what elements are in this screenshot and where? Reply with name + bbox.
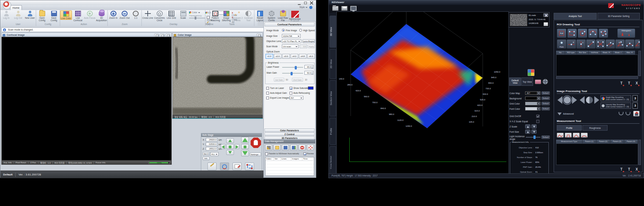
background-swatch[interactable] — [525, 97, 540, 100]
slider-handle[interactable] — [195, 17, 196, 19]
stage-z-input[interactable]: 18312.0 — [206, 147, 218, 150]
scale-button[interactable]: Scale — [177, 10, 189, 19]
stage-center-button[interactable] — [226, 144, 234, 149]
height-smoothing-box[interactable]: Height Map Smoothing(Odd number between … — [601, 95, 631, 101]
live-color-button[interactable]: Live Color — [60, 10, 72, 20]
preview-checkbox[interactable] — [303, 153, 306, 155]
roi-table-vscroll[interactable] — [638, 51, 641, 76]
camera-icon[interactable] — [535, 80, 541, 84]
panel-pin-button[interactable] — [165, 34, 170, 37]
confocal-image-panel-header[interactable]: Confocal Image — [1, 33, 172, 37]
measurement-table-vscroll[interactable] — [638, 140, 641, 165]
saturated-color-swatch[interactable] — [308, 86, 313, 90]
log-out-button[interactable]: Log Out — [12, 10, 24, 19]
titlebar[interactable] — [0, 0, 316, 5]
new-user-button[interactable]: New User — [24, 10, 36, 19]
text-tool2-icon[interactable]: T — [626, 167, 632, 173]
text-tool-icon[interactable]: T — [619, 167, 624, 173]
line-grid-button[interactable]: Line Grid — [165, 10, 177, 19]
set0-button[interactable]: Set 0 — [203, 152, 210, 156]
grid-color-swatch[interactable] — [525, 102, 540, 105]
stage-settings-button[interactable]: Settings... — [250, 153, 261, 156]
zoom-x48-button[interactable]: x4.8 — [299, 54, 307, 59]
default-view-button[interactable]: Default View — [509, 77, 521, 86]
roi-table-body[interactable] — [556, 55, 638, 76]
roi-line-y-button[interactable]: Y — [576, 39, 586, 49]
roi-step-height-button[interactable] — [625, 39, 635, 49]
auto-focus-button[interactable]: Auto Focus — [84, 10, 96, 19]
top-view-button[interactable]: Top View — [521, 77, 533, 86]
intensity-smoothing-value[interactable]: 3 — [633, 102, 638, 109]
dm-add-button[interactable] — [274, 145, 280, 150]
text-tool2-icon[interactable]: T — [626, 81, 632, 86]
export-live-checkbox[interactable] — [266, 97, 269, 99]
zoom-x4-button[interactable]: x4.0 — [291, 54, 298, 59]
grid-color-default-button[interactable]: Default — [541, 102, 550, 105]
main-gain-slider[interactable] — [282, 73, 303, 74]
recall-layout-button[interactable]: Recall Layout — [254, 10, 266, 22]
clear-text-icon[interactable]: X — [634, 167, 639, 173]
lens-regist-button[interactable]: Lens Regist — [302, 39, 315, 43]
scan-value-input[interactable]: 0.0 — [300, 44, 307, 48]
init-button[interactable]: Init. — [203, 157, 210, 160]
stage-right-button[interactable] — [235, 144, 239, 149]
dm-remove-button[interactable] — [299, 145, 305, 150]
close-icon[interactable] — [310, 1, 313, 5]
dm-delete-button[interactable] — [307, 145, 314, 150]
brightness-down-button[interactable] — [557, 96, 562, 104]
apply-button[interactable]: Apply — [308, 44, 315, 48]
nanoscope-systems-button[interactable]: NanoscopeSystems — [289, 10, 301, 23]
objective-lens-select[interactable]: x10 TU Plan FL — [282, 39, 301, 43]
measurement-table-body[interactable] — [556, 143, 638, 165]
file-option-button[interactable] — [544, 22, 548, 26]
grid-onoff-checkbox[interactable] — [536, 115, 539, 118]
profile-tool-3-button[interactable] — [573, 133, 580, 138]
panel-pin-button[interactable] — [256, 34, 261, 37]
light-angle-slider[interactable] — [526, 137, 540, 138]
roi-cross-line-button[interactable] — [596, 39, 605, 49]
slider-handle[interactable] — [533, 135, 536, 139]
display-button[interactable] — [350, 6, 357, 11]
path-route-button[interactable] — [245, 163, 254, 170]
dm-transfer-button[interactable] — [265, 145, 272, 150]
color-map-select[interactable]: JET — [525, 91, 540, 95]
transparency-slider[interactable] — [189, 18, 205, 18]
height-smoothing-value[interactable]: 3 — [633, 95, 638, 101]
panel-float-button[interactable] — [160, 34, 164, 37]
transfer-auto-checkbox[interactable] — [265, 153, 268, 155]
z-scale-up-button[interactable] — [525, 124, 530, 129]
live-confocal-button[interactable]: Live Confocal — [72, 10, 84, 22]
profile-tool-1-button[interactable] — [557, 133, 564, 138]
z-scale-down-button[interactable] — [531, 124, 537, 129]
advanced-expander-icon[interactable] — [557, 113, 562, 115]
dm-save-button[interactable] — [282, 145, 289, 150]
cross-line-button[interactable]: Cross Line — [142, 10, 154, 19]
panel-snapshot-button[interactable] — [154, 34, 159, 37]
app-menu-button[interactable] — [3, 1, 11, 9]
image-stitching-button[interactable]: Image Stitching — [221, 10, 232, 22]
roi-polygon-button[interactable] — [598, 28, 608, 38]
image-size-select[interactable]: 1024x768 — [282, 34, 301, 38]
sync-button[interactable] — [220, 163, 229, 170]
intensity-smoothing-box[interactable]: Intensity Map Smoothing(Odd number betwe… — [601, 102, 631, 109]
light-angle-default-button[interactable]: Default — [541, 135, 550, 139]
style-dropdown[interactable]: Style — [299, 6, 308, 8]
slider-handle[interactable] — [295, 66, 297, 69]
tab-2d-view[interactable]: 2D View — [329, 49, 336, 79]
system-config-button[interactable]: System Config — [266, 10, 277, 22]
dm-save-as-button[interactable] — [290, 145, 297, 150]
slider-handle[interactable] — [291, 72, 293, 75]
text-tool-icon[interactable]: T — [619, 81, 624, 86]
zoom-x6-button[interactable]: x6.0 — [307, 54, 315, 59]
font-size-up-button[interactable] — [525, 130, 530, 134]
color-image-panel-header[interactable]: Color Image — [172, 33, 263, 37]
z-down-button[interactable] — [241, 150, 249, 156]
emergency-stop-button[interactable] — [251, 138, 261, 148]
stage-x-input[interactable]: 26020.0 — [206, 138, 218, 141]
z-stop-button[interactable] — [241, 144, 249, 149]
roi-point-button[interactable]: Point — [557, 39, 566, 49]
tab-profile[interactable]: Profile — [329, 118, 336, 145]
open-file-button[interactable] — [332, 6, 339, 11]
roi-rectangle-button[interactable] — [567, 28, 577, 38]
turn-on-laser-checkbox[interactable] — [266, 87, 269, 90]
